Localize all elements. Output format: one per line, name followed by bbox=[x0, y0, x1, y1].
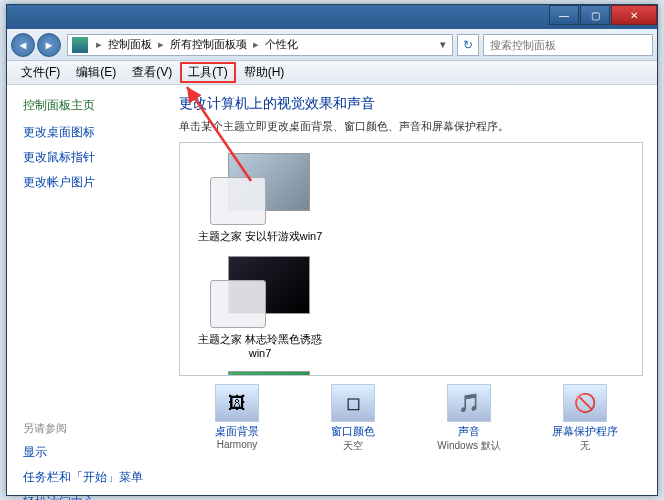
forward-button[interactable]: ► bbox=[37, 33, 61, 57]
chevron-right-icon: ▸ bbox=[154, 38, 168, 51]
main-panel: 更改计算机上的视觉效果和声音 单击某个主题立即更改桌面背景、窗口颜色、声音和屏幕… bbox=[179, 85, 657, 495]
control-panel-icon bbox=[72, 37, 88, 53]
sidebar-also-ease[interactable]: 轻松访问中心 bbox=[23, 494, 163, 500]
search-input[interactable] bbox=[483, 34, 653, 56]
page-subtitle: 单击某个主题立即更改桌面背景、窗口颜色、声音和屏幕保护程序。 bbox=[179, 119, 643, 134]
wallpaper-icon: 🖼 bbox=[215, 384, 259, 422]
theme-item[interactable]: 主题之家 安以轩游戏win7 bbox=[190, 153, 330, 244]
value: Windows 默认 bbox=[419, 439, 519, 453]
back-button[interactable]: ◄ bbox=[11, 33, 35, 57]
value: Harmony bbox=[187, 439, 287, 450]
sidebar-link-account-picture[interactable]: 更改帐户图片 bbox=[23, 174, 163, 191]
label: 声音 bbox=[419, 424, 519, 439]
theme-thumbnail bbox=[210, 256, 310, 328]
menu-file[interactable]: 文件(F) bbox=[13, 62, 68, 83]
sound-icon: 🎵 bbox=[447, 384, 491, 422]
sidebar-also-taskbar[interactable]: 任务栏和「开始」菜单 bbox=[23, 469, 163, 486]
crumb-personalization[interactable]: 个性化 bbox=[263, 35, 300, 54]
sidebar-also-display[interactable]: 显示 bbox=[23, 444, 163, 461]
crumb-all-items[interactable]: 所有控制面板项 bbox=[168, 35, 249, 54]
color-icon: ◻ bbox=[331, 384, 375, 422]
see-also-label: 另请参阅 bbox=[23, 421, 163, 436]
label: 屏幕保护程序 bbox=[535, 424, 635, 439]
chevron-right-icon: ▸ bbox=[249, 38, 263, 51]
theme-name: 主题之家 安以轩游戏win7 bbox=[190, 229, 330, 244]
desktop-background-button[interactable]: 🖼 桌面背景 Harmony bbox=[187, 384, 287, 453]
screensaver-icon: 🚫 bbox=[563, 384, 607, 422]
maximize-button[interactable]: ▢ bbox=[580, 5, 610, 25]
themes-list[interactable]: 主题之家 安以轩游戏win7 主题之家 林志玲黑色诱惑win7 bbox=[179, 142, 643, 376]
label: 桌面背景 bbox=[187, 424, 287, 439]
window-color-button[interactable]: ◻ 窗口颜色 天空 bbox=[303, 384, 403, 453]
breadcrumb[interactable]: ▸ 控制面板 ▸ 所有控制面板项 ▸ 个性化 ▾ bbox=[67, 34, 453, 56]
sounds-button[interactable]: 🎵 声音 Windows 默认 bbox=[419, 384, 519, 453]
theme-name: 主题之家 林志玲黑色诱惑win7 bbox=[190, 332, 330, 359]
window: — ▢ ✕ ◄ ► ▸ 控制面板 ▸ 所有控制面板项 ▸ 个性化 ▾ ↻ 文件(… bbox=[6, 4, 658, 496]
sidebar-link-mouse-pointers[interactable]: 更改鼠标指针 bbox=[23, 149, 163, 166]
titlebar: — ▢ ✕ bbox=[7, 5, 657, 29]
settings-row: 🖼 桌面背景 Harmony ◻ 窗口颜色 天空 🎵 声音 Windows 默认… bbox=[179, 376, 643, 453]
crumb-control-panel[interactable]: 控制面板 bbox=[106, 35, 154, 54]
label: 窗口颜色 bbox=[303, 424, 403, 439]
sidebar: 控制面板主页 更改桌面图标 更改鼠标指针 更改帐户图片 另请参阅 显示 任务栏和… bbox=[7, 85, 179, 495]
sidebar-link-desktop-icons[interactable]: 更改桌面图标 bbox=[23, 124, 163, 141]
theme-thumbnail bbox=[210, 153, 310, 225]
theme-item[interactable]: 主题之家 林志玲黑色诱惑win7 bbox=[190, 256, 330, 359]
menu-view[interactable]: 查看(V) bbox=[124, 62, 180, 83]
minimize-button[interactable]: — bbox=[549, 5, 579, 25]
chevron-right-icon: ▸ bbox=[92, 38, 106, 51]
page-title: 更改计算机上的视觉效果和声音 bbox=[179, 95, 643, 113]
value: 天空 bbox=[303, 439, 403, 453]
screensaver-button[interactable]: 🚫 屏幕保护程序 无 bbox=[535, 384, 635, 453]
value: 无 bbox=[535, 439, 635, 453]
nav-bar: ◄ ► ▸ 控制面板 ▸ 所有控制面板项 ▸ 个性化 ▾ ↻ bbox=[7, 29, 657, 61]
chevron-down-icon[interactable]: ▾ bbox=[434, 38, 452, 51]
close-button[interactable]: ✕ bbox=[611, 5, 657, 25]
menu-edit[interactable]: 编辑(E) bbox=[68, 62, 124, 83]
menu-bar: 文件(F) 编辑(E) 查看(V) 工具(T) 帮助(H) bbox=[7, 61, 657, 85]
content-area: 控制面板主页 更改桌面图标 更改鼠标指针 更改帐户图片 另请参阅 显示 任务栏和… bbox=[7, 85, 657, 495]
sidebar-home[interactable]: 控制面板主页 bbox=[23, 97, 163, 114]
refresh-button[interactable]: ↻ bbox=[457, 34, 479, 56]
menu-help[interactable]: 帮助(H) bbox=[236, 62, 293, 83]
menu-tools[interactable]: 工具(T) bbox=[180, 62, 235, 83]
